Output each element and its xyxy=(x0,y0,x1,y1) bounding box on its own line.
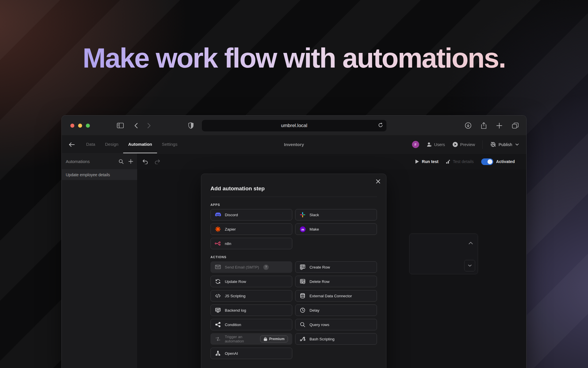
action-item-bash-scripting[interactable]: Bash Scripting xyxy=(295,333,377,345)
item-label: Zapier xyxy=(225,227,236,231)
run-test-button[interactable]: Run test xyxy=(415,159,438,164)
automation-toolbar: Automations Run te xyxy=(62,154,526,170)
action-item-delay[interactable]: Delay xyxy=(295,304,377,316)
openai-icon xyxy=(215,350,221,356)
chevron-down-icon xyxy=(515,143,519,146)
create-row-icon xyxy=(299,264,306,270)
address-bar[interactable]: umbrel.local xyxy=(202,120,386,131)
preview-button[interactable]: Preview xyxy=(452,142,475,147)
offline-globe-icon xyxy=(490,141,496,147)
action-item-update-row[interactable]: Update Row xyxy=(210,276,292,287)
activated-label: Activated xyxy=(496,159,515,164)
app-item-slack[interactable]: Slack xyxy=(295,209,377,221)
app-nav: Inventory DataDesignAutomationSettings F… xyxy=(62,136,526,154)
apps-section-label: APPS xyxy=(210,203,377,206)
item-label: Slack xyxy=(310,213,319,217)
app-item-discord[interactable]: Discord xyxy=(210,209,292,221)
avatar[interactable]: F xyxy=(412,141,419,148)
page-title: Make work flow with automations. xyxy=(0,42,588,74)
sidebar-toggle-icon[interactable] xyxy=(117,123,124,128)
tab-overview-icon[interactable] xyxy=(512,122,519,129)
item-label: Update Row xyxy=(225,279,246,284)
action-item-js-scripting[interactable]: JS Scripting xyxy=(210,290,292,302)
automations-sidebar: Update employee details xyxy=(62,170,138,368)
collapsed-dropdown[interactable] xyxy=(464,260,475,271)
item-label: External Data Connector xyxy=(310,294,352,298)
item-label: Bash Scripting xyxy=(310,337,334,341)
sidebar-item[interactable]: Update employee details xyxy=(62,170,137,180)
search-icon[interactable] xyxy=(119,159,124,164)
redo-icon[interactable] xyxy=(154,159,160,164)
back-button[interactable] xyxy=(134,123,138,129)
action-item-delete-row[interactable]: Delete Row xyxy=(295,276,377,287)
item-label: Query rows xyxy=(310,323,329,327)
item-label: Delete Row xyxy=(310,279,330,284)
clock-icon xyxy=(299,307,306,313)
modal-title: Add automation step xyxy=(210,185,377,192)
make-icon: m xyxy=(299,226,306,232)
chevron-down-icon xyxy=(468,264,472,267)
add-automation-icon[interactable] xyxy=(128,159,133,164)
activated-toggle[interactable] xyxy=(481,158,493,165)
database-icon xyxy=(299,293,306,299)
publish-button[interactable]: Publish xyxy=(490,141,519,147)
branch-icon xyxy=(215,321,221,328)
close-window-button[interactable] xyxy=(70,124,74,128)
tab-automation[interactable]: Automation xyxy=(123,136,157,153)
url-text: umbrel.local xyxy=(281,123,307,129)
item-label: Send Email (SMTP) xyxy=(225,265,259,269)
slack-icon xyxy=(299,212,306,218)
n8n-icon xyxy=(215,240,221,247)
undo-icon[interactable] xyxy=(142,159,148,164)
tab-design[interactable]: Design xyxy=(100,136,123,153)
app-item-n8n[interactable]: n8n xyxy=(210,238,292,249)
traffic-lights xyxy=(70,124,90,128)
item-label: n8n xyxy=(225,241,231,246)
trigger-icon xyxy=(215,336,221,342)
chevron-up-icon[interactable] xyxy=(469,242,473,244)
add-step-modal: Add automation step APPS DiscordSlackZap… xyxy=(201,174,386,368)
item-label: Make xyxy=(310,227,319,231)
zapier-icon xyxy=(215,226,221,232)
item-label: Trigger an automation xyxy=(225,335,254,343)
email-icon xyxy=(215,264,221,270)
browser-window: umbrel.local Inventory xyxy=(61,115,527,368)
tab-settings[interactable]: Settings xyxy=(157,136,182,153)
action-item-query-rows[interactable]: Query rows xyxy=(295,319,377,330)
info-icon[interactable]: ? xyxy=(263,264,269,270)
test-details-icon xyxy=(446,159,450,164)
downloads-icon[interactable] xyxy=(465,122,471,129)
reload-icon[interactable] xyxy=(378,122,383,129)
code-icon xyxy=(215,293,221,299)
action-item-backend-log[interactable]: Backend log xyxy=(210,304,292,316)
minimize-window-button[interactable] xyxy=(78,124,82,128)
action-item-condition[interactable]: Condition xyxy=(210,319,292,330)
privacy-shield-icon[interactable] xyxy=(188,122,194,129)
action-item-openai[interactable]: OpenAI xyxy=(210,348,292,359)
app-back-icon[interactable] xyxy=(69,142,75,147)
close-icon[interactable] xyxy=(376,179,380,184)
modal-divider xyxy=(210,197,377,197)
monitor-icon xyxy=(215,307,221,313)
automations-panel-title: Automations xyxy=(66,159,90,164)
tab-data[interactable]: Data xyxy=(81,136,100,153)
test-details-button[interactable]: Test details xyxy=(446,159,474,164)
action-item-external-data-connector[interactable]: External Data Connector xyxy=(295,290,377,302)
forward-button[interactable] xyxy=(147,123,151,129)
item-label: Discord xyxy=(225,213,238,217)
new-tab-icon[interactable] xyxy=(496,122,502,129)
action-item-create-row[interactable]: Create Row xyxy=(295,261,377,273)
premium-badge: Premium xyxy=(260,336,288,342)
update-row-icon xyxy=(215,278,221,285)
delete-row-icon xyxy=(299,278,306,285)
zoom-window-button[interactable] xyxy=(86,124,90,128)
share-icon[interactable] xyxy=(481,122,487,129)
item-label: Condition xyxy=(225,323,241,327)
app-item-zapier[interactable]: Zapier xyxy=(210,223,292,235)
action-item-send-email-smtp: Send Email (SMTP)? xyxy=(210,261,292,273)
users-button[interactable]: Users xyxy=(427,142,445,147)
preview-play-icon xyxy=(452,142,458,147)
app-item-make[interactable]: mMake xyxy=(295,223,377,235)
item-label: JS Scripting xyxy=(225,294,245,298)
users-icon xyxy=(427,142,432,147)
